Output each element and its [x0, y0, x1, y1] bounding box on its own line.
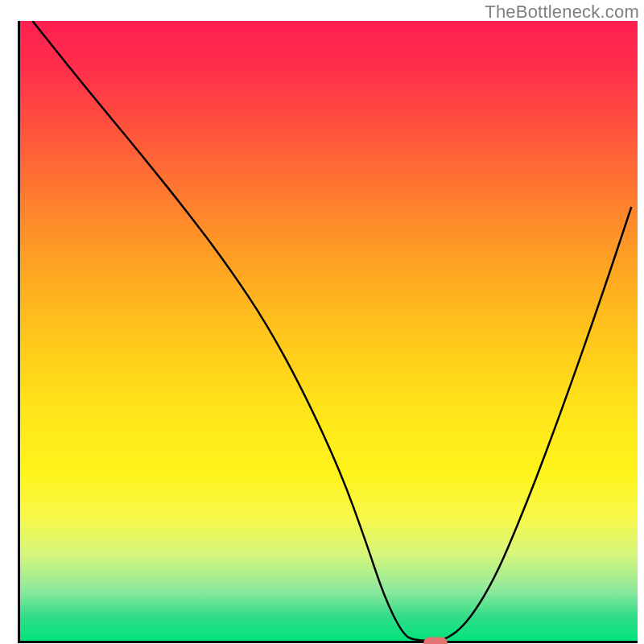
bottleneck-chart: TheBottleneck.com: [0, 0, 644, 644]
curve-overlay: [20, 21, 638, 641]
bottleneck-curve-path: [32, 21, 631, 641]
optimal-marker: [423, 638, 448, 645]
attribution-label: TheBottleneck.com: [485, 2, 639, 23]
plot-area: [18, 21, 638, 643]
